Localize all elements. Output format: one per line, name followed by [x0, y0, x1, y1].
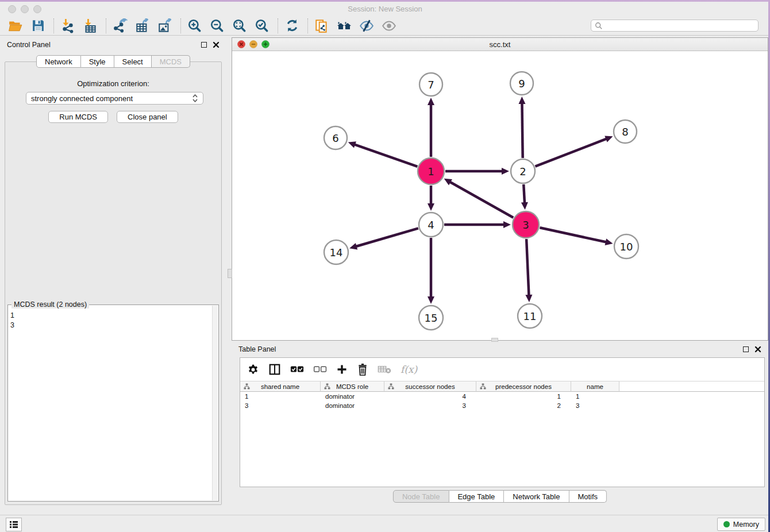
- graph-edge-arrowhead: [428, 296, 434, 304]
- show-eye-icon[interactable]: [380, 17, 398, 34]
- deselect-all-icon[interactable]: [313, 365, 327, 373]
- tab-mcds[interactable]: MCDS: [152, 55, 190, 68]
- graph-node-label: 9: [518, 78, 525, 90]
- tab-select[interactable]: Select: [114, 55, 152, 68]
- cell-shared-name[interactable]: 3: [240, 401, 321, 410]
- criterion-select[interactable]: strongly connected component: [26, 92, 203, 105]
- cell-shared-name[interactable]: 1: [240, 392, 321, 401]
- select-all-icon[interactable]: [290, 365, 304, 373]
- refresh-layout-icon[interactable]: [283, 17, 301, 34]
- panel-divider-grip[interactable]: [228, 269, 232, 278]
- tab-edge-table[interactable]: Edge Table: [449, 490, 504, 503]
- export-network-icon[interactable]: [111, 17, 129, 34]
- close-panel-icon[interactable]: [213, 41, 220, 48]
- graph-edge-2-8[interactable]: [535, 138, 607, 167]
- network-canvas[interactable]: 7968124314101511: [232, 51, 768, 340]
- tab-network-table[interactable]: Network Table: [504, 490, 569, 503]
- column-header-mcds-role[interactable]: MCDS role: [321, 381, 384, 392]
- zoom-in-icon[interactable]: [186, 17, 203, 34]
- graph-edge-3-11[interactable]: [526, 239, 529, 296]
- tab-style[interactable]: Style: [81, 55, 114, 68]
- mcds-panel-body: Optimization criterion: strongly connect…: [5, 61, 222, 505]
- network-window-title: scc.txt: [232, 40, 768, 49]
- import-table-icon[interactable]: [82, 17, 99, 34]
- search-icon: [595, 22, 603, 30]
- titlebar: Session: New Session: [0, 2, 770, 16]
- open-session-icon[interactable]: [7, 17, 24, 34]
- duplicate-network-icon[interactable]: [313, 17, 330, 34]
- export-table-icon[interactable]: [134, 17, 151, 34]
- graph-edge-1-6[interactable]: [353, 144, 417, 167]
- header-filler: [619, 381, 764, 392]
- close-panel-icon[interactable]: [754, 346, 761, 353]
- save-session-icon[interactable]: [29, 17, 47, 34]
- mcds-result-box: MCDS result (2 nodes) 1 3: [7, 304, 219, 502]
- mcds-result-values[interactable]: 1 3: [10, 311, 211, 500]
- column-header-shared-name[interactable]: shared name: [240, 381, 321, 392]
- cell-predecessor-nodes[interactable]: 1: [476, 392, 571, 401]
- float-panel-icon[interactable]: [743, 346, 749, 352]
- import-network-icon[interactable]: [59, 17, 76, 34]
- table-toolbar: f(x): [240, 358, 764, 381]
- cell-successor-nodes[interactable]: 3: [384, 401, 476, 410]
- cell-predecessor-nodes[interactable]: 2: [476, 401, 571, 410]
- table-row[interactable]: 1 dominator 4 1 1: [240, 392, 764, 401]
- network-window-titlebar[interactable]: scc.txt: [232, 38, 768, 51]
- table-row[interactable]: 3 dominator 3 2 3: [240, 401, 764, 410]
- graph-edge-2-3[interactable]: [523, 184, 525, 204]
- delete-column-icon[interactable]: [357, 363, 368, 376]
- run-mcds-button[interactable]: Run MCDS: [48, 111, 108, 123]
- zoom-out-icon[interactable]: [209, 17, 226, 34]
- desktop-edge: [0, 0, 770, 2]
- column-header-predecessor-nodes[interactable]: predecessor nodes: [476, 381, 571, 392]
- cell-mcds-role[interactable]: dominator: [321, 401, 384, 410]
- function-builder-icon[interactable]: f(x): [401, 364, 417, 375]
- list-icon: [9, 521, 18, 529]
- gear-icon[interactable]: [247, 364, 259, 376]
- close-panel-button[interactable]: Close panel: [117, 111, 178, 123]
- graph-edge-arrowhead: [348, 141, 356, 148]
- memory-status-icon: [723, 521, 730, 527]
- graph-edge-2-9[interactable]: [522, 102, 522, 158]
- cell-mcds-role[interactable]: dominator: [321, 392, 384, 401]
- graph-node-label: 3: [522, 219, 529, 231]
- search-field[interactable]: [591, 20, 759, 32]
- tab-node-table[interactable]: Node Table: [393, 490, 449, 503]
- column-label: name: [587, 383, 603, 390]
- table-panel-title: Table Panel: [238, 345, 276, 353]
- hierarchy-icon: [388, 383, 394, 390]
- tab-motifs[interactable]: Motifs: [569, 490, 607, 503]
- home-networks-icon[interactable]: [336, 17, 353, 34]
- memory-button[interactable]: Memory: [717, 518, 765, 531]
- table-panel: Table Panel: [232, 342, 768, 511]
- select-stepper-icon: [192, 94, 198, 103]
- delete-table-icon[interactable]: [378, 365, 391, 374]
- column-label: predecessor nodes: [495, 383, 552, 390]
- graph-edge-arrowhead: [525, 295, 532, 302]
- table-panel-tabs: Node Table Edge Table Network Table Moti…: [393, 490, 607, 503]
- graph-edge-3-10[interactable]: [540, 228, 607, 242]
- cell-successor-nodes[interactable]: 4: [384, 392, 476, 401]
- graph-edge-arrowhead: [349, 243, 357, 250]
- graph-edge-4-14[interactable]: [355, 228, 418, 246]
- result-scrollbar[interactable]: [212, 306, 218, 500]
- zoom-selected-icon[interactable]: [253, 17, 271, 34]
- task-history-button[interactable]: [6, 518, 22, 531]
- search-input[interactable]: [603, 22, 754, 30]
- toolbar-separator: [278, 18, 278, 33]
- float-panel-icon[interactable]: [201, 42, 207, 48]
- columns-icon[interactable]: [268, 363, 281, 376]
- panel-divider-grip[interactable]: [491, 338, 498, 342]
- cell-name[interactable]: 3: [571, 401, 619, 410]
- cell-name[interactable]: 1: [571, 392, 619, 401]
- control-panel-tabs: Network Style Select MCDS: [36, 55, 190, 68]
- graph-edge-3-1[interactable]: [449, 182, 513, 218]
- hide-panel-eye-icon[interactable]: [358, 17, 375, 34]
- column-header-successor-nodes[interactable]: successor nodes: [384, 381, 476, 392]
- zoom-fit-icon[interactable]: [231, 17, 248, 34]
- column-header-name[interactable]: name: [571, 381, 619, 392]
- tab-network[interactable]: Network: [36, 55, 81, 68]
- add-column-icon[interactable]: [336, 364, 348, 375]
- graph-node-label: 1: [428, 165, 434, 178]
- export-image-icon[interactable]: [156, 17, 174, 34]
